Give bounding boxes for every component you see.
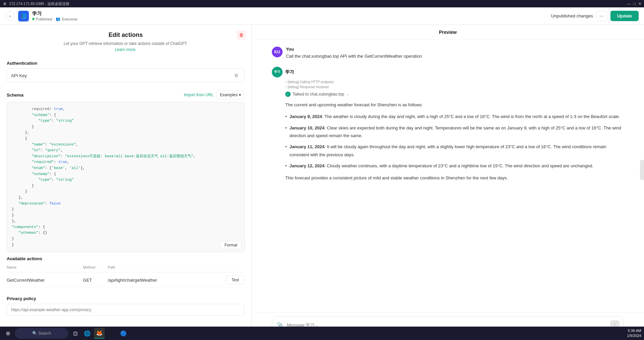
user-message: KU You Call the chat.xutongbao.top API w… bbox=[272, 47, 624, 60]
taskview-button[interactable]: ⊡ bbox=[70, 328, 81, 339]
weather-intro: The current and upcoming weather forecas… bbox=[285, 101, 624, 109]
debug-line-1[interactable]: › [debug] Calling HTTP endpoint bbox=[285, 80, 624, 84]
schema-header: Schema Import from URL Examples ▾ bbox=[0, 87, 251, 102]
chevron-down-icon-2: ⌄ bbox=[346, 92, 349, 96]
table-row: GetCurrentWeather GET /api/light/chat/ge… bbox=[7, 272, 245, 288]
bullet-1: • bbox=[285, 113, 287, 120]
taskbar-app-4[interactable]: 🔵 bbox=[118, 328, 129, 339]
debug-text-2: [debug] Response received bbox=[288, 85, 329, 89]
bullet-4: • bbox=[285, 162, 287, 170]
update-button[interactable]: Update bbox=[610, 11, 639, 21]
action-method: GET bbox=[83, 272, 108, 288]
delete-button[interactable]: 🗑 bbox=[237, 30, 246, 40]
privacy-title: Privacy policy bbox=[7, 296, 245, 301]
auth-label: Authentication bbox=[7, 61, 245, 66]
system-bar: 🖥 172.174.171.83:3389 - 远程桌面连接 — □ ✕ bbox=[0, 0, 644, 7]
system-bar-icon: 🖥 bbox=[3, 2, 6, 6]
weather-response: The current and upcoming weather forecas… bbox=[285, 101, 624, 182]
format-button[interactable]: Format bbox=[220, 241, 242, 249]
authentication-section: Authentication API Key ⚙ bbox=[0, 57, 251, 87]
status-label: Published bbox=[36, 17, 52, 21]
col-method: Method bbox=[83, 264, 108, 272]
schema-actions: Import from URL Examples ▾ bbox=[184, 91, 245, 99]
subtitle-text: Let your GPT retrieve information or tak… bbox=[64, 41, 188, 46]
main-layout: 🗑 Edit actions Let your GPT retrieve inf… bbox=[0, 25, 644, 340]
right-panel: Preview KU You Call the chat.xutongbao.t… bbox=[252, 25, 644, 340]
code-content: required: true, "schema": { "type": "str… bbox=[7, 102, 244, 252]
bullet-3: • bbox=[285, 143, 287, 159]
import-url-button[interactable]: Import from URL bbox=[184, 93, 214, 97]
auth-value: API Key bbox=[11, 73, 232, 78]
edit-actions-header: 🗑 Edit actions Let your GPT retrieve inf… bbox=[0, 25, 251, 57]
preview-header: Preview bbox=[252, 25, 644, 40]
app-icon: 📘 bbox=[18, 11, 29, 21]
weather-date-4: January 12, 2024 bbox=[290, 163, 325, 168]
schema-title: Schema bbox=[7, 93, 23, 98]
edit-actions-title: Edit actions bbox=[8, 32, 243, 39]
col-name: Name bbox=[7, 264, 83, 272]
preview-content: KU You Call the chat.xutongbao.top API w… bbox=[252, 40, 644, 312]
more-button[interactable]: ··· bbox=[596, 11, 607, 21]
taskbar-app-1[interactable]: 🌐 bbox=[82, 328, 93, 339]
close-icon[interactable]: ✕ bbox=[638, 2, 641, 6]
action-path: /api/light/chat/getWeather bbox=[108, 272, 207, 288]
app-icon-symbol: 📘 bbox=[21, 13, 27, 19]
talked-to-dot: ✓ bbox=[285, 92, 291, 97]
weather-closing: This forecast provides a consistent pict… bbox=[285, 174, 624, 182]
taskbar-clock: 5:36 AM 1/9/2024 bbox=[627, 328, 641, 339]
taskbar: ⊞ 🔍 Search ⊡ 🌐 🦊 🖥 🔵 5:36 AM 1/9/2024 bbox=[0, 327, 644, 340]
taskbar-right: 5:36 AM 1/9/2024 bbox=[627, 328, 641, 339]
chevron-right-icon: › bbox=[285, 80, 286, 84]
weather-item-4: • January 12, 2024: Cloudy weather conti… bbox=[285, 162, 624, 170]
bot-message: 学习 学习 › [debug] Calling HTTP endpoint › … bbox=[272, 67, 624, 182]
status-dot bbox=[32, 18, 35, 20]
weather-text-1: January 9, 2024: The weather is cloudy d… bbox=[290, 113, 620, 120]
weather-text-2: January 10, 2024: Clear skies are expect… bbox=[290, 124, 624, 140]
weather-date-1: January 9, 2024 bbox=[290, 114, 322, 119]
maximize-icon[interactable]: □ bbox=[633, 2, 636, 6]
dot-separator: · bbox=[53, 17, 54, 21]
search-button[interactable]: 🔍 Search bbox=[15, 328, 68, 339]
app-meta: Published · 👥 Everyone bbox=[32, 17, 78, 21]
start-button[interactable]: ⊞ bbox=[3, 328, 13, 339]
weather-date-3: January 11, 2024 bbox=[290, 144, 325, 149]
action-name: GetCurrentWeather bbox=[7, 272, 83, 288]
visibility-label: Everyone bbox=[62, 17, 77, 21]
bot-avatar: 学习 bbox=[272, 67, 283, 77]
taskbar-app-2[interactable]: 🦊 bbox=[94, 328, 105, 339]
user-message-content: You Call the chat.xutongbao.top API with… bbox=[286, 47, 624, 60]
learn-more-link[interactable]: Learn more. bbox=[115, 47, 137, 52]
auth-field[interactable]: API Key ⚙ bbox=[7, 68, 245, 82]
available-actions-title: Available actions bbox=[7, 256, 245, 261]
bullet-2: • bbox=[285, 124, 287, 140]
app-info: 学习 Published · 👥 Everyone bbox=[32, 11, 78, 21]
weather-item-1: • January 9, 2024: The weather is cloudy… bbox=[285, 113, 624, 120]
talked-to-text: Talked to chat.xutongbao.top bbox=[293, 92, 344, 97]
auth-settings-button[interactable]: ⚙ bbox=[232, 71, 240, 79]
weather-text-3: January 11, 2024: It will be cloudy agai… bbox=[290, 143, 624, 159]
available-actions-section: Available actions Name Method Path GetCu… bbox=[0, 252, 251, 292]
user-name: You bbox=[286, 47, 624, 52]
clock-date: 1/9/2024 bbox=[627, 333, 641, 338]
minimize-icon[interactable]: — bbox=[627, 2, 631, 6]
weather-text-4: January 12, 2024: Cloudy weather continu… bbox=[290, 162, 594, 170]
weather-item-2: • January 10, 2024: Clear skies are expe… bbox=[285, 124, 624, 140]
visibility-icon: 👥 bbox=[56, 17, 60, 21]
taskbar-app-3[interactable]: 🖥 bbox=[106, 328, 117, 339]
action-test-cell: Test bbox=[207, 272, 245, 288]
debug-text-1: [debug] Calling HTTP endpoint bbox=[288, 80, 334, 84]
system-bar-title: 172.174.171.83:3389 - 远程桌面连接 bbox=[9, 1, 69, 6]
privacy-input[interactable] bbox=[7, 304, 245, 316]
test-button[interactable]: Test bbox=[226, 276, 245, 284]
user-message-text: Call the chat.xutongbao.top API with the… bbox=[286, 53, 624, 60]
debug-line-2[interactable]: › [debug] Response received bbox=[285, 85, 624, 89]
examples-label: Examples bbox=[220, 93, 238, 97]
resize-handle[interactable] bbox=[640, 160, 644, 180]
back-button[interactable]: ‹ bbox=[5, 11, 15, 21]
weather-item-3: • January 11, 2024: It will be cloudy ag… bbox=[285, 143, 624, 159]
user-avatar: KU bbox=[272, 47, 283, 57]
actions-table: Name Method Path GetCurrentWeather GET /… bbox=[7, 264, 245, 288]
code-editor[interactable]: required: true, "schema": { "type": "str… bbox=[7, 102, 245, 252]
bot-header: 学习 学习 bbox=[272, 67, 624, 77]
examples-button[interactable]: Examples ▾ bbox=[216, 91, 245, 99]
